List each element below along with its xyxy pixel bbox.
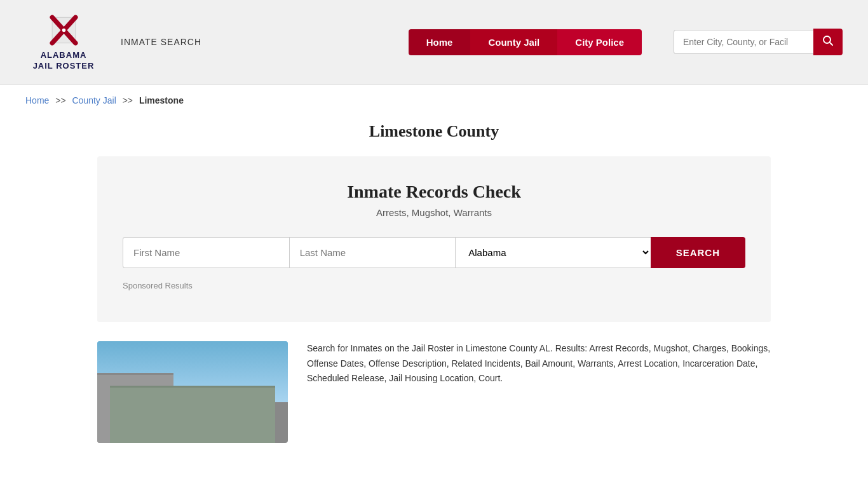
record-check-card: Inmate Records Check Arrests, Mugshot, W…: [97, 156, 771, 322]
inmate-search-form: AlabamaAlaskaArizonaArkansasCaliforniaCo…: [123, 237, 745, 268]
page-title: Limestone County: [97, 122, 771, 141]
search-icon: [822, 35, 834, 46]
bottom-section: Search for Inmates on the Jail Roster in…: [97, 341, 771, 443]
inmate-search-link[interactable]: INMATE SEARCH: [121, 37, 201, 47]
sponsored-label: Sponsored Results: [123, 281, 745, 290]
header: ALABAMA JAIL ROSTER INMATE SEARCH Home C…: [0, 0, 868, 85]
header-search-button[interactable]: [813, 29, 843, 55]
card-subtitle: Arrests, Mugshot, Warrants: [123, 207, 745, 218]
breadcrumb-sep-2: >>: [123, 95, 133, 105]
svg-point-3: [62, 29, 65, 32]
svg-line-5: [830, 43, 833, 46]
state-select[interactable]: AlabamaAlaskaArizonaArkansasCaliforniaCo…: [455, 237, 650, 268]
inmate-search-button[interactable]: SEARCH: [651, 237, 745, 268]
description-text: Search for Inmates on the Jail Roster in…: [307, 341, 771, 443]
jail-image: [97, 341, 288, 443]
main-nav: Home County Jail City Police: [409, 29, 642, 55]
breadcrumb-current: Limestone: [139, 95, 184, 105]
breadcrumb-sep-1: >>: [55, 95, 65, 105]
card-title: Inmate Records Check: [123, 182, 745, 202]
alabama-logo-icon: [46, 13, 81, 48]
header-search-input[interactable]: [674, 30, 813, 54]
nav-home-button[interactable]: Home: [409, 29, 471, 55]
main-container: Limestone County Inmate Records Check Ar…: [72, 122, 796, 443]
last-name-input[interactable]: [289, 237, 456, 268]
breadcrumb-county-jail-link[interactable]: County Jail: [72, 95, 116, 105]
nav-city-police-button[interactable]: City Police: [557, 29, 642, 55]
nav-county-jail-button[interactable]: County Jail: [470, 29, 557, 55]
breadcrumb: Home >> County Jail >> Limestone: [0, 85, 868, 116]
header-search-box: [674, 29, 843, 55]
breadcrumb-home-link[interactable]: Home: [25, 95, 49, 105]
logo-text: ALABAMA JAIL ROSTER: [33, 50, 95, 72]
logo-area: ALABAMA JAIL ROSTER: [25, 13, 102, 72]
first-name-input[interactable]: [123, 237, 289, 268]
